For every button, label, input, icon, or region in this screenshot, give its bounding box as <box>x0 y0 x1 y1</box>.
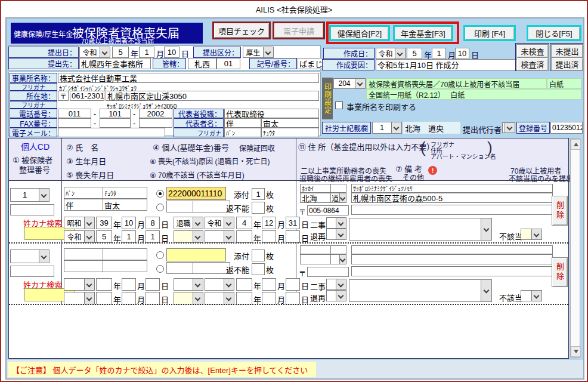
dropdown-arrow-icon[interactable] <box>193 292 203 304</box>
tenpu-field[interactable] <box>252 249 265 261</box>
row-zip-field[interactable]: 005-0864 <box>307 205 349 215</box>
dropdown-arrow-icon[interactable] <box>39 249 49 263</box>
dropdown-arrow-icon[interactable] <box>531 229 542 240</box>
e-apply-button[interactable]: 電子申請 <box>273 21 325 39</box>
dropdown-arrow-icon[interactable] <box>193 217 203 229</box>
dropdown-arrow-icon[interactable] <box>84 278 95 291</box>
office-zip-field[interactable]: 061-2301 <box>70 91 104 101</box>
dropdown-arrow-icon[interactable] <box>531 290 542 301</box>
mail-field[interactable] <box>58 128 165 137</box>
row-cd-select[interactable] <box>10 249 49 263</box>
mei-field[interactable] <box>103 260 147 272</box>
dropdown-arrow-icon[interactable] <box>339 193 346 203</box>
f70-day-field[interactable] <box>286 292 300 304</box>
loss-year-field[interactable]: 5 <box>96 230 112 243</box>
dropdown-arrow-icon[interactable] <box>336 229 346 240</box>
taisai-select[interactable] <box>326 229 346 240</box>
submit-era-select[interactable]: 令和 <box>79 47 110 58</box>
scroll-down-button[interactable] <box>571 346 581 357</box>
create-reason-field[interactable]: 令和5年1月10日 作成分 <box>376 59 518 70</box>
submit-month-field[interactable]: 1 <box>139 47 154 58</box>
daihyo-mei-field[interactable]: 宙太 <box>261 118 319 128</box>
dropdown-arrow-icon[interactable] <box>355 78 366 89</box>
print-office-name-checkbox[interactable] <box>335 101 343 109</box>
reason-day-field[interactable] <box>286 278 300 291</box>
birth-day-field[interactable] <box>146 278 160 291</box>
sharoushi-no-select[interactable]: 1 <box>372 122 402 134</box>
f70-era-select[interactable] <box>205 292 234 304</box>
kenpo-kumiai-button[interactable]: 健保組合[F2] <box>329 25 390 41</box>
dropdown-arrow-icon[interactable] <box>224 292 234 304</box>
daihyo-mei-kana-field[interactable]: ﾁｭｳﾀ <box>261 128 319 137</box>
delete-row-button[interactable]: 削除 <box>552 196 568 226</box>
yakushoku-field[interactable]: 代表取締役 <box>224 109 319 118</box>
delete-row-button[interactable]: 削除 <box>552 257 568 287</box>
pension-no-radio[interactable] <box>156 251 164 259</box>
sei-kana-field[interactable]: ﾊﾞﾝ <box>64 187 103 199</box>
office-name-field[interactable]: 株式会社伴自動車工業 <box>58 73 319 83</box>
taisai-select[interactable] <box>326 290 346 301</box>
henfunou-field[interactable] <box>252 263 265 275</box>
mei-kana-field[interactable] <box>103 248 147 260</box>
addr-kana2-field[interactable] <box>330 184 346 193</box>
dropdown-arrow-icon[interactable] <box>224 278 234 291</box>
addr-kana1-field[interactable] <box>300 245 331 254</box>
pref-field[interactable]: 北海 <box>300 193 331 203</box>
pension-no-radio[interactable] <box>156 190 164 198</box>
row-zip-field[interactable] <box>307 267 349 277</box>
kankatsu-name-field[interactable]: 札西 <box>188 58 216 69</box>
pref-field[interactable] <box>300 254 331 264</box>
dropdown-arrow-icon[interactable] <box>391 122 402 134</box>
unchecked-button[interactable]: 未検査 <box>516 44 549 58</box>
loss-month-field[interactable]: 1 <box>122 230 136 243</box>
dropdown-arrow-icon[interactable] <box>339 254 346 264</box>
dropdown-arrow-icon[interactable] <box>481 218 492 241</box>
dropdown-arrow-icon[interactable] <box>505 122 515 133</box>
nenkin-kikin-button[interactable]: 年金基金[F3] <box>393 25 453 41</box>
loss-era-select[interactable] <box>64 292 95 304</box>
dropdown-arrow-icon[interactable] <box>39 188 49 202</box>
dropdown-arrow-icon[interactable] <box>224 230 234 243</box>
dropdown-arrow-icon[interactable] <box>395 48 406 59</box>
birth-month-field[interactable] <box>122 278 136 291</box>
birth-month-field[interactable]: 10 <box>122 217 136 229</box>
fugaito-select[interactable] <box>521 290 542 301</box>
birth-year-field[interactable] <box>96 278 112 291</box>
sei-field[interactable] <box>64 260 103 272</box>
submit-class-select[interactable]: 厚生 <box>243 47 274 58</box>
touroku-no-field[interactable]: 01235012 <box>550 122 583 134</box>
pension-alt2-field[interactable] <box>193 262 230 274</box>
reason-year-field[interactable]: 4 <box>236 217 252 229</box>
pension-alt1-field[interactable] <box>166 262 193 274</box>
f70-year-field[interactable] <box>236 292 252 304</box>
fax3-field[interactable] <box>139 118 172 128</box>
checked-button[interactable]: 検査済 <box>516 57 549 71</box>
pension-alt-radio[interactable] <box>156 265 164 273</box>
apart-field[interactable] <box>351 266 553 276</box>
biko-select[interactable] <box>349 279 492 302</box>
loss-era-select[interactable]: 令和 <box>64 230 95 243</box>
submit-year-field[interactable]: 5 <box>112 47 129 58</box>
row-filter-field[interactable] <box>10 266 54 277</box>
addr-kana1-field[interactable]: ﾎｯｶｲ <box>300 184 331 193</box>
addr-field[interactable]: 札幌市南区芸術の森500-5 <box>351 193 553 203</box>
daihyo-sei-field[interactable]: 伴 <box>224 118 261 128</box>
dropdown-arrow-icon[interactable] <box>193 278 203 291</box>
create-day-field[interactable]: 10 <box>455 48 469 59</box>
apart-field[interactable] <box>351 205 553 215</box>
birth-day-field[interactable]: 8 <box>146 217 160 229</box>
fugaito-select[interactable] <box>521 229 542 240</box>
submit-to-field[interactable]: 札幌西年金事務所 <box>79 58 151 69</box>
f70-month-field[interactable] <box>262 230 276 243</box>
nigoto-select[interactable] <box>326 279 346 290</box>
pension-no-field[interactable] <box>166 248 226 261</box>
dropdown-arrow-icon[interactable] <box>263 47 274 58</box>
addr-kana3-field[interactable] <box>351 245 553 254</box>
addr-kana3-field[interactable]: ｻｯﾎﾟﾛｼﾐﾅﾐｸｹﾞｲｼﾞｭﾂﾉﾓﾘ <box>351 184 553 193</box>
loss-day-field[interactable] <box>146 292 160 304</box>
mei-kana-field[interactable]: ﾁｭｳﾀ <box>103 187 147 199</box>
fax1-field[interactable] <box>58 118 91 128</box>
biko-select[interactable] <box>349 218 492 241</box>
dropdown-arrow-icon[interactable] <box>336 279 346 290</box>
dropdown-arrow-icon[interactable] <box>84 217 95 229</box>
